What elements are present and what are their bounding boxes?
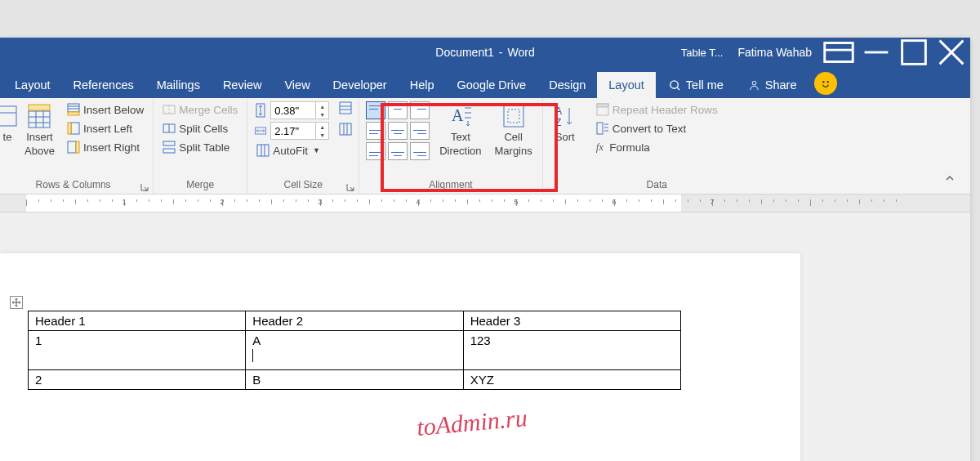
distribute-cols-button[interactable] xyxy=(339,123,352,139)
svg-rect-19 xyxy=(68,104,79,112)
align-top-left[interactable] xyxy=(366,101,385,119)
share-label: Share xyxy=(765,78,797,92)
align-bottom-left[interactable] xyxy=(366,142,385,160)
svg-line-7 xyxy=(677,87,679,90)
minimize-button[interactable] xyxy=(858,38,895,67)
height-up-arrow[interactable]: ▲ xyxy=(316,102,328,110)
tab-view[interactable]: View xyxy=(273,72,321,98)
collapse-ribbon-button[interactable] xyxy=(944,172,956,187)
convert-text-label: Convert to Text xyxy=(612,123,687,135)
data-group-label: Data xyxy=(594,177,720,192)
svg-text:A: A xyxy=(555,105,562,117)
cell-size-dialog-launcher[interactable] xyxy=(345,181,355,190)
merge-cells-button: Merge Cells xyxy=(160,101,240,118)
insert-below-label: Insert Below xyxy=(83,104,144,116)
search-icon xyxy=(669,79,681,92)
align-top-center[interactable] xyxy=(388,101,408,119)
insert-below-button[interactable]: Insert Below xyxy=(65,101,146,118)
convert-to-text-button[interactable]: Convert to Text xyxy=(594,120,720,137)
split-table-label: Split Table xyxy=(179,141,229,154)
insert-label: Insert xyxy=(26,131,53,143)
split-cells-button[interactable]: Split Cells xyxy=(160,120,240,137)
group-rows-columns: te Insert Above Insert Below Insert Left… xyxy=(0,98,154,194)
text-direction-label1: Text xyxy=(451,131,470,143)
fx-icon: fx xyxy=(596,141,604,154)
tab-references[interactable]: References xyxy=(62,72,145,98)
table-row[interactable]: 1 A 123 xyxy=(29,331,681,370)
merge-group-label: Merge xyxy=(160,177,240,192)
ribbon-display-button[interactable] xyxy=(820,38,858,67)
svg-rect-31 xyxy=(163,141,175,145)
insert-right-button[interactable]: Insert Right xyxy=(65,139,146,155)
header-cell[interactable]: Header 3 xyxy=(463,311,680,331)
tab-developer[interactable]: Developer xyxy=(322,72,399,98)
align-top-right[interactable] xyxy=(410,101,430,119)
table-move-handle[interactable] xyxy=(10,296,23,309)
svg-point-10 xyxy=(827,81,829,83)
svg-rect-38 xyxy=(340,102,351,114)
row-height-spinner[interactable]: ▲▼ xyxy=(270,101,329,119)
table-cell[interactable]: XYZ xyxy=(463,370,680,390)
table-cell[interactable]: 1 xyxy=(29,331,246,370)
svg-rect-35 xyxy=(257,145,269,156)
tab-help[interactable]: Help xyxy=(399,72,446,98)
insert-right-label: Insert Right xyxy=(83,141,140,154)
ribbon: te Insert Above Insert Below Insert Left… xyxy=(0,98,970,195)
maximize-button[interactable] xyxy=(895,38,933,67)
table-header-row[interactable]: Header 1 Header 2 Header 3 xyxy=(29,311,681,331)
align-middle-right[interactable] xyxy=(410,122,430,140)
text-direction-button[interactable]: A Text Direction xyxy=(436,101,484,159)
page[interactable]: Header 1 Header 2 Header 3 1 A 123 2 B X… xyxy=(0,253,800,461)
horizontal-ruler[interactable]: 1234567 xyxy=(0,195,970,213)
table-row[interactable]: 2 B XYZ xyxy=(29,370,681,390)
header-cell[interactable]: Header 2 xyxy=(246,311,463,331)
table-cell[interactable]: 2 xyxy=(29,370,246,390)
align-bottom-center[interactable] xyxy=(388,142,408,160)
distribute-rows-button[interactable] xyxy=(339,101,352,118)
width-down-arrow[interactable]: ▼ xyxy=(316,131,328,139)
insert-left-button[interactable]: Insert Left xyxy=(65,120,146,137)
share-button[interactable]: Share xyxy=(737,72,808,98)
table-cell[interactable]: B xyxy=(246,370,463,390)
tab-mailings[interactable]: Mailings xyxy=(145,72,212,98)
cell-size-group-label: Cell Size xyxy=(254,177,352,192)
close-button[interactable] xyxy=(933,38,970,67)
insert-above-button[interactable]: Insert Above xyxy=(21,101,58,159)
tell-me-search[interactable]: Tell me xyxy=(657,72,735,98)
tab-google-drive[interactable]: Google Drive xyxy=(446,72,538,98)
document-table[interactable]: Header 1 Header 2 Header 3 1 A 123 2 B X… xyxy=(28,311,681,390)
group-merge: Merge Cells Split Cells Split Table Merg… xyxy=(154,98,247,194)
document-name: Document1 xyxy=(435,46,494,59)
tab-layout-table[interactable]: Layout xyxy=(597,72,656,98)
align-middle-center[interactable] xyxy=(388,122,408,140)
align-bottom-right[interactable] xyxy=(410,142,430,160)
height-down-arrow[interactable]: ▼ xyxy=(316,110,328,119)
svg-rect-3 xyxy=(902,41,926,65)
group-sort: AZ Sort xyxy=(543,98,587,194)
autofit-label: AutoFit xyxy=(273,145,308,157)
split-table-button[interactable]: Split Table xyxy=(160,139,240,155)
alignment-group-label: Alignment xyxy=(366,177,536,192)
delete-button-partial[interactable]: te xyxy=(0,101,15,145)
formula-button[interactable]: fxFormula xyxy=(594,139,720,155)
svg-point-9 xyxy=(823,81,825,83)
tab-layout-page[interactable]: Layout xyxy=(3,72,62,98)
table-cell[interactable]: 123 xyxy=(463,331,680,370)
tab-review[interactable]: Review xyxy=(212,72,274,98)
align-middle-left[interactable] xyxy=(366,122,385,140)
feedback-smiley-icon[interactable] xyxy=(814,72,837,95)
cell-margins-button[interactable]: Cell Margins xyxy=(492,101,536,159)
table-cell[interactable]: A xyxy=(246,331,463,370)
header-cell[interactable]: Header 1 xyxy=(29,311,246,331)
svg-rect-41 xyxy=(340,123,351,135)
sort-button[interactable]: AZ Sort xyxy=(550,101,581,145)
col-width-spinner[interactable]: ▲▼ xyxy=(270,122,329,140)
row-height-input[interactable] xyxy=(271,105,315,117)
width-up-arrow[interactable]: ▲ xyxy=(316,123,328,131)
svg-rect-53 xyxy=(597,104,608,107)
autofit-button[interactable]: AutoFit▼ xyxy=(254,142,329,159)
tab-design[interactable]: Design xyxy=(537,72,597,98)
col-width-input[interactable] xyxy=(271,125,315,137)
rows-columns-dialog-launcher[interactable] xyxy=(140,181,149,190)
insert-left-label: Insert Left xyxy=(83,123,132,135)
